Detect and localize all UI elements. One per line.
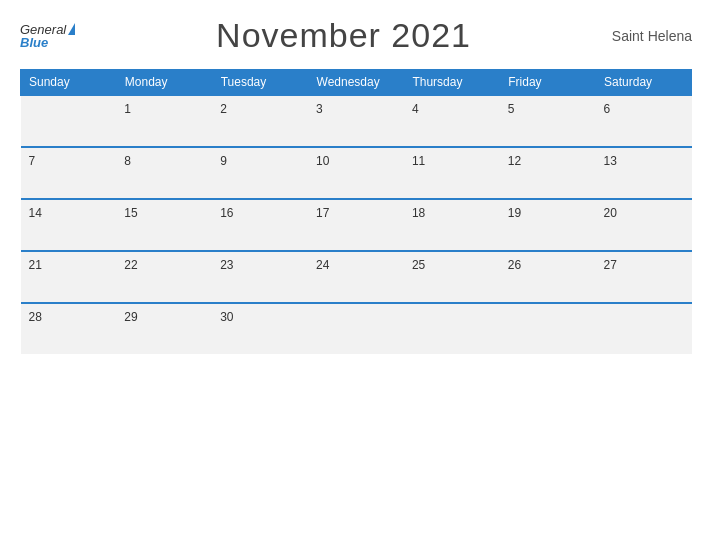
weekday-header-saturday: Saturday xyxy=(596,70,692,96)
week-row-1: 123456 xyxy=(21,95,692,147)
day-number: 2 xyxy=(220,102,227,116)
calendar-cell xyxy=(596,303,692,354)
calendar-cell xyxy=(308,303,404,354)
weekday-header-monday: Monday xyxy=(116,70,212,96)
weekday-header-sunday: Sunday xyxy=(21,70,117,96)
calendar-cell: 15 xyxy=(116,199,212,251)
calendar-cell: 18 xyxy=(404,199,500,251)
month-title: November 2021 xyxy=(216,16,471,55)
calendar-cell: 2 xyxy=(212,95,308,147)
calendar-cell: 19 xyxy=(500,199,596,251)
day-number: 14 xyxy=(29,206,42,220)
day-number: 17 xyxy=(316,206,329,220)
calendar-cell: 20 xyxy=(596,199,692,251)
day-number: 10 xyxy=(316,154,329,168)
week-row-2: 78910111213 xyxy=(21,147,692,199)
day-number: 6 xyxy=(604,102,611,116)
calendar-cell xyxy=(404,303,500,354)
day-number: 16 xyxy=(220,206,233,220)
calendar-cell: 29 xyxy=(116,303,212,354)
day-number: 19 xyxy=(508,206,521,220)
calendar-cell: 7 xyxy=(21,147,117,199)
day-number: 3 xyxy=(316,102,323,116)
logo-blue-text: Blue xyxy=(20,36,75,49)
calendar-cell: 24 xyxy=(308,251,404,303)
calendar-cell: 16 xyxy=(212,199,308,251)
calendar-cell: 27 xyxy=(596,251,692,303)
calendar-cell: 4 xyxy=(404,95,500,147)
day-number: 5 xyxy=(508,102,515,116)
day-number: 13 xyxy=(604,154,617,168)
calendar-cell: 14 xyxy=(21,199,117,251)
day-number: 18 xyxy=(412,206,425,220)
calendar-container: General Blue November 2021 Saint Helena … xyxy=(0,0,712,550)
calendar-cell: 1 xyxy=(116,95,212,147)
day-number: 27 xyxy=(604,258,617,272)
calendar-header: General Blue November 2021 Saint Helena xyxy=(20,16,692,55)
calendar-cell: 17 xyxy=(308,199,404,251)
day-number: 29 xyxy=(124,310,137,324)
calendar-cell: 30 xyxy=(212,303,308,354)
day-number: 12 xyxy=(508,154,521,168)
calendar-cell: 26 xyxy=(500,251,596,303)
calendar-cell: 22 xyxy=(116,251,212,303)
day-number: 26 xyxy=(508,258,521,272)
day-number: 4 xyxy=(412,102,419,116)
calendar-table: SundayMondayTuesdayWednesdayThursdayFrid… xyxy=(20,69,692,354)
day-number: 7 xyxy=(29,154,36,168)
calendar-cell: 8 xyxy=(116,147,212,199)
day-number: 23 xyxy=(220,258,233,272)
day-number: 21 xyxy=(29,258,42,272)
weekday-header-wednesday: Wednesday xyxy=(308,70,404,96)
calendar-cell: 13 xyxy=(596,147,692,199)
weekday-header-thursday: Thursday xyxy=(404,70,500,96)
day-number: 20 xyxy=(604,206,617,220)
calendar-cell: 6 xyxy=(596,95,692,147)
calendar-cell xyxy=(500,303,596,354)
calendar-cell: 3 xyxy=(308,95,404,147)
day-number: 1 xyxy=(124,102,131,116)
week-row-4: 21222324252627 xyxy=(21,251,692,303)
calendar-cell: 11 xyxy=(404,147,500,199)
calendar-tbody: 1234567891011121314151617181920212223242… xyxy=(21,95,692,354)
day-number: 11 xyxy=(412,154,425,168)
day-number: 22 xyxy=(124,258,137,272)
calendar-cell: 21 xyxy=(21,251,117,303)
logo: General Blue xyxy=(20,23,75,49)
day-number: 15 xyxy=(124,206,137,220)
calendar-cell: 23 xyxy=(212,251,308,303)
calendar-cell: 28 xyxy=(21,303,117,354)
day-number: 9 xyxy=(220,154,227,168)
day-number: 25 xyxy=(412,258,425,272)
week-row-3: 14151617181920 xyxy=(21,199,692,251)
weekday-header-friday: Friday xyxy=(500,70,596,96)
calendar-cell: 5 xyxy=(500,95,596,147)
weekday-header-tuesday: Tuesday xyxy=(212,70,308,96)
week-row-5: 282930 xyxy=(21,303,692,354)
calendar-cell: 25 xyxy=(404,251,500,303)
logo-general-text: General xyxy=(20,23,66,36)
calendar-cell: 9 xyxy=(212,147,308,199)
day-number: 8 xyxy=(124,154,131,168)
calendar-cell xyxy=(21,95,117,147)
logo-triangle-icon xyxy=(68,23,75,35)
calendar-cell: 10 xyxy=(308,147,404,199)
day-number: 24 xyxy=(316,258,329,272)
calendar-cell: 12 xyxy=(500,147,596,199)
day-number: 30 xyxy=(220,310,233,324)
calendar-thead: SundayMondayTuesdayWednesdayThursdayFrid… xyxy=(21,70,692,96)
region-label: Saint Helena xyxy=(612,28,692,44)
day-number: 28 xyxy=(29,310,42,324)
weekday-header-row: SundayMondayTuesdayWednesdayThursdayFrid… xyxy=(21,70,692,96)
